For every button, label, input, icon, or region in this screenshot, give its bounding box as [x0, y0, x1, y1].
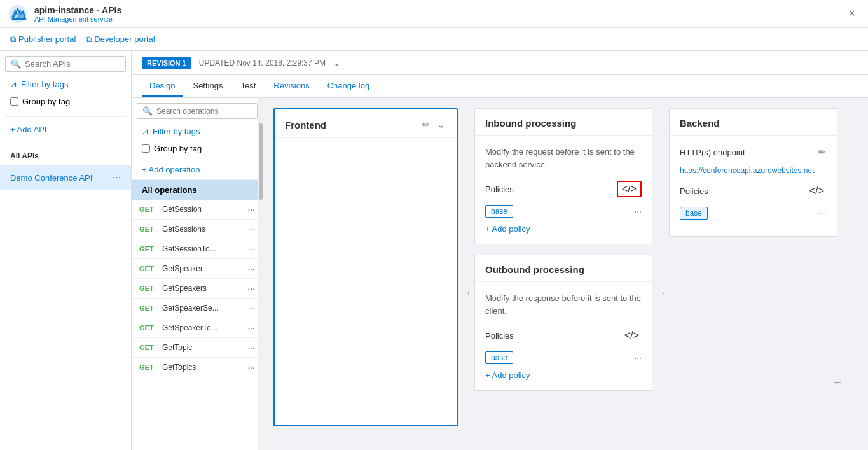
- inbound-policies-row: Policies </>: [485, 181, 642, 197]
- inbound-panel-body: Modify the request before it is sent to …: [475, 136, 652, 244]
- outbound-add-policy[interactable]: + Add policy: [485, 370, 642, 380]
- arrow-to-backend: →: [655, 286, 666, 300]
- outbound-title: Outbound processing: [485, 264, 584, 275]
- publisher-portal-link[interactable]: ⧉ Publisher portal: [10, 34, 76, 45]
- all-operations-item[interactable]: All operations: [132, 180, 263, 200]
- design-area: 🔍 ⊿ Filter by tags Group by tag + Add op…: [132, 98, 868, 450]
- arrow-to-inbound: →: [460, 286, 472, 300]
- op-item-getsessionto[interactable]: GET GetSessionTo... ···: [132, 239, 263, 259]
- sidebar-groupby[interactable]: Group by tag: [5, 94, 126, 109]
- frontend-panel-body: [275, 138, 457, 425]
- backend-url: https://conferenceapi.azurewebsites.net: [680, 166, 827, 175]
- backend-policy-menu[interactable]: ···: [819, 208, 827, 218]
- groupby-checkbox[interactable]: [10, 97, 18, 106]
- op-item-getspeakerto[interactable]: GET GetSpeakerTo... ···: [132, 318, 263, 338]
- tab-revisions[interactable]: Revisions: [266, 76, 317, 97]
- search-operations-input[interactable]: [156, 107, 252, 116]
- tab-design[interactable]: Design: [142, 76, 183, 97]
- backend-policies-label: Policies: [680, 186, 708, 196]
- ops-filter-icon: ⊿: [142, 127, 149, 136]
- op-menu-button[interactable]: ···: [247, 283, 255, 293]
- op-name: GetSpeakers: [162, 284, 242, 293]
- backend-base-tag[interactable]: base: [680, 207, 708, 220]
- ops-filter-tags[interactable]: ⊿ Filter by tags: [137, 124, 258, 139]
- op-method-get: GET: [139, 344, 157, 351]
- op-item-gettopic[interactable]: GET GetTopic ···: [132, 338, 263, 358]
- groupby-label: Group by tag: [22, 97, 70, 106]
- search-apis-input[interactable]: [25, 59, 120, 69]
- inbound-code-button[interactable]: </>: [617, 181, 642, 197]
- inbound-base-tag[interactable]: base: [485, 205, 513, 218]
- frontend-edit-button[interactable]: ✏: [421, 118, 431, 131]
- backend-edit-button[interactable]: ✏: [816, 146, 827, 158]
- outbound-panel-body: Modify the response before it is sent to…: [475, 282, 652, 390]
- outbound-base-row: base ···: [485, 351, 642, 364]
- add-api-button[interactable]: + Add API: [5, 116, 126, 138]
- op-menu-button[interactable]: ···: [247, 323, 255, 333]
- op-item-getspeakerse[interactable]: GET GetSpeakerSe... ···: [132, 299, 263, 318]
- inbound-add-policy[interactable]: + Add policy: [485, 224, 642, 234]
- developer-portal-link[interactable]: ⧉ Developer portal: [86, 34, 155, 45]
- backend-panel-header: Backend: [670, 109, 837, 136]
- frontend-chevron-button[interactable]: ⌄: [436, 118, 446, 131]
- op-menu-button[interactable]: ···: [247, 342, 255, 353]
- window-title: apim-instance - APIs: [34, 5, 121, 15]
- inbound-policy-menu[interactable]: ···: [634, 206, 642, 216]
- inbound-panel: Inbound processing Modify the request be…: [474, 108, 652, 244]
- content-area: REVISION 1 UPDATED Nov 14, 2018, 2:29:37…: [132, 51, 868, 450]
- op-item-getspeakers[interactable]: GET GetSpeakers ···: [132, 279, 263, 299]
- title-bar-left: apim-instance - APIs API Management serv…: [8, 4, 121, 24]
- revision-chevron-icon[interactable]: ⌄: [333, 58, 340, 67]
- all-apis-header: All APIs: [0, 146, 131, 165]
- op-item-getspeaker[interactable]: GET GetSpeaker ···: [132, 259, 263, 279]
- outbound-base-tag[interactable]: base: [485, 351, 513, 364]
- sidebar-filter-tags[interactable]: ⊿ Filter by tags: [5, 77, 126, 92]
- op-item-getsession[interactable]: GET GetSession ···: [132, 200, 263, 220]
- portal-bar: ⧉ Publisher portal ⧉ Developer portal: [0, 28, 868, 51]
- tab-changelog[interactable]: Change log: [320, 76, 378, 97]
- op-menu-button[interactable]: ···: [247, 362, 255, 372]
- outbound-code-button[interactable]: </>: [622, 327, 642, 344]
- backend-panel: Backend HTTP(s) endpoint ✏ https://confe…: [669, 108, 837, 237]
- add-operation-button[interactable]: + Add operation: [132, 161, 263, 180]
- inbound-title: Inbound processing: [485, 118, 576, 129]
- tab-settings[interactable]: Settings: [185, 76, 230, 97]
- op-menu-button[interactable]: ···: [247, 244, 255, 254]
- revision-bar: REVISION 1 UPDATED Nov 14, 2018, 2:29:37…: [132, 51, 868, 75]
- sidebar-search-box[interactable]: 🔍: [5, 56, 126, 72]
- frontend-panel: Frontend ✏ ⌄: [273, 108, 458, 426]
- ops-search-icon: 🔍: [142, 106, 153, 116]
- op-item-getsessions[interactable]: GET GetSessions ···: [132, 220, 263, 239]
- op-menu-button[interactable]: ···: [247, 224, 255, 234]
- outbound-panel-header: Outbound processing: [475, 255, 652, 282]
- op-method-get: GET: [139, 206, 157, 213]
- outbound-policy-menu[interactable]: ···: [634, 353, 642, 363]
- op-menu-button[interactable]: ···: [247, 204, 255, 214]
- backend-policies-row: Policies </>: [680, 183, 827, 199]
- backend-code-button[interactable]: </>: [807, 183, 827, 199]
- op-menu-button[interactable]: ···: [247, 264, 255, 274]
- tab-test[interactable]: Test: [233, 76, 263, 97]
- op-menu-button[interactable]: ···: [247, 303, 255, 313]
- frontend-title: Frontend: [285, 120, 326, 130]
- ops-groupby-label: Group by tag: [154, 144, 202, 153]
- revision-updated-text: UPDATED Nov 14, 2018, 2:29:37 PM: [199, 59, 326, 67]
- op-name: GetTopic: [162, 343, 242, 352]
- filter-icon: ⊿: [10, 80, 17, 89]
- inbound-description: Modify the request before it is sent to …: [485, 146, 642, 171]
- ops-groupby-checkbox[interactable]: [142, 144, 150, 153]
- api-item-menu-button[interactable]: ···: [110, 171, 123, 185]
- op-name: GetSpeakerTo...: [162, 323, 242, 332]
- op-name: GetSpeaker: [162, 264, 242, 273]
- close-button[interactable]: ×: [843, 4, 860, 23]
- ops-search-box[interactable]: 🔍: [137, 103, 258, 119]
- op-method-get: GET: [139, 245, 157, 253]
- backend-endpoint-row: HTTP(s) endpoint ✏: [680, 146, 827, 158]
- ops-groupby[interactable]: Group by tag: [137, 141, 258, 156]
- sidebar-item-demo-conference-api[interactable]: Demo Conference API ···: [0, 165, 131, 190]
- op-item-gettopics[interactable]: GET GetTopics ···: [132, 358, 263, 377]
- title-text: apim-instance - APIs API Management serv…: [34, 5, 121, 23]
- op-method-get: GET: [139, 265, 157, 272]
- outbound-panel: Outbound processing Modify the response …: [474, 255, 652, 391]
- op-method-get: GET: [139, 363, 157, 371]
